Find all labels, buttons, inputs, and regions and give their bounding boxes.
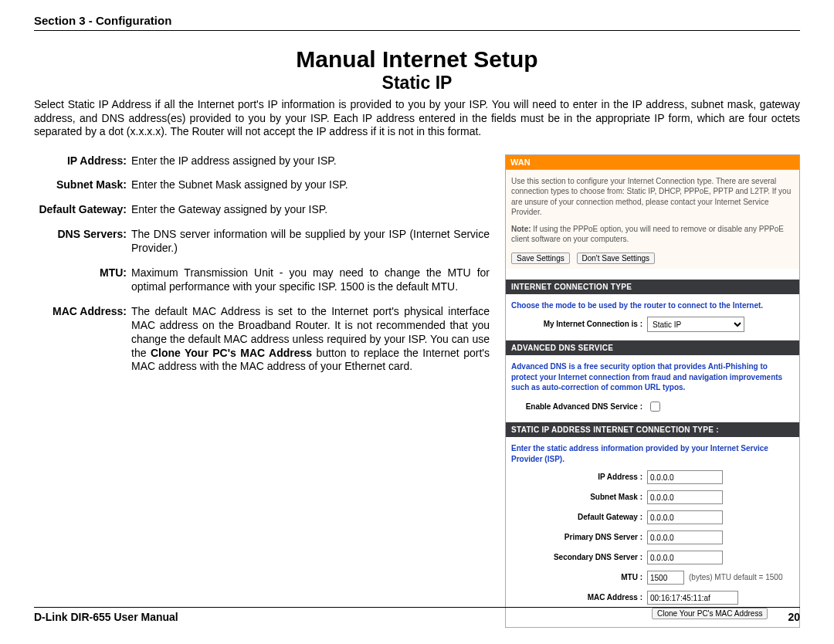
ict-help: Choose the mode to be used by the router… [511, 301, 763, 310]
static-mask-label: Subnet Mask : [511, 492, 647, 503]
adns-label: Enable Advanced DNS Service : [511, 402, 647, 412]
router-ui-column: WAN Use this section to configure your I… [505, 154, 800, 629]
secondary-dns-input[interactable] [647, 551, 723, 564]
footer-page-number: 20 [788, 611, 800, 623]
def-gateway: Default Gateway: Enter the Gateway assig… [34, 203, 490, 217]
definitions-column: IP Address: Enter the IP address assigne… [34, 154, 490, 629]
static-dns2-label: Secondary DNS Server : [511, 552, 647, 563]
page-subtitle: Static IP [34, 73, 800, 93]
def-dns: DNS Servers: The DNS server information … [34, 228, 490, 256]
save-settings-button[interactable]: Save Settings [511, 253, 570, 264]
def-ip: IP Address: Enter the IP address assigne… [34, 154, 490, 168]
ict-body: Choose the mode to be used by the router… [506, 294, 799, 341]
adns-body: Advanced DNS is a free security option t… [506, 355, 799, 422]
def-text: Enter the Subnet Mask assigned by your I… [131, 178, 490, 192]
page-footer: D-Link DIR-655 User Manual 20 [34, 607, 800, 623]
def-text: The default MAC Address is set to the In… [131, 305, 490, 375]
wan-note-text: If using the PPPoE option, you will need… [511, 225, 784, 244]
mac-address-input[interactable] [647, 591, 738, 605]
def-mtu: MTU: Maximum Transmission Unit - you may… [34, 266, 490, 294]
wan-body: Use this section to configure your Inter… [506, 170, 799, 269]
adns-header: ADVANCED DNS SERVICE [506, 341, 799, 355]
def-label: Default Gateway: [34, 203, 131, 217]
page-title: Manual Internet Setup [34, 46, 800, 73]
def-label: MAC Address: [34, 305, 131, 375]
primary-dns-input[interactable] [647, 530, 723, 544]
def-label: MTU: [34, 266, 131, 294]
def-label: DNS Servers: [34, 228, 131, 256]
router-ui-panel: WAN Use this section to configure your I… [505, 154, 800, 629]
def-mac: MAC Address: The default MAC Address is … [34, 305, 490, 375]
dont-save-settings-button[interactable]: Don't Save Settings [577, 253, 656, 264]
static-ip-label: IP Address : [511, 472, 647, 483]
intro-paragraph: Select Static IP Address if all the Inte… [34, 98, 800, 139]
def-label: Subnet Mask: [34, 178, 131, 192]
def-label: IP Address: [34, 154, 131, 168]
static-dns1-label: Primary DNS Server : [511, 532, 647, 543]
wan-note-label: Note: [511, 225, 531, 233]
ict-header: INTERNET CONNECTION TYPE [506, 280, 799, 294]
wan-header: WAN [506, 155, 799, 170]
def-subnet: Subnet Mask: Enter the Subnet Mask assig… [34, 178, 490, 192]
static-header: STATIC IP ADDRESS INTERNET CONNECTION TY… [506, 422, 799, 437]
mtu-hint: (bytes) MTU default = 1500 [689, 572, 782, 583]
def-text: Enter the IP address assigned by your IS… [131, 154, 490, 168]
def-text: The DNS server information will be suppl… [131, 228, 490, 256]
adns-help: Advanced DNS is a free security option t… [511, 362, 782, 391]
def-text: Maximum Transmission Unit - you may need… [131, 266, 490, 294]
default-gateway-input[interactable] [647, 510, 723, 524]
static-gw-label: Default Gateway : [511, 512, 647, 523]
def-text: Enter the Gateway assigned by your ISP. [131, 203, 490, 217]
static-body: Enter the static address information pro… [506, 437, 799, 627]
def-mac-bold: Clone Your PC's MAC Address [151, 347, 312, 359]
section-header: Section 3 - Configuration [34, 14, 800, 31]
ict-label: My Internet Connection is : [511, 319, 647, 330]
mtu-input[interactable] [647, 571, 684, 585]
static-help: Enter the static address information pro… [511, 444, 768, 463]
static-mac-label: MAC Address : [511, 592, 647, 603]
wan-desc: Use this section to configure your Inter… [511, 176, 794, 218]
static-mtu-label: MTU : [511, 572, 647, 583]
enable-advanced-dns-checkbox[interactable] [650, 402, 660, 412]
ip-address-input[interactable] [647, 470, 723, 484]
subnet-mask-input[interactable] [647, 490, 723, 504]
footer-left: D-Link DIR-655 User Manual [34, 611, 178, 623]
my-internet-connection-select[interactable]: Static IP [647, 317, 744, 332]
